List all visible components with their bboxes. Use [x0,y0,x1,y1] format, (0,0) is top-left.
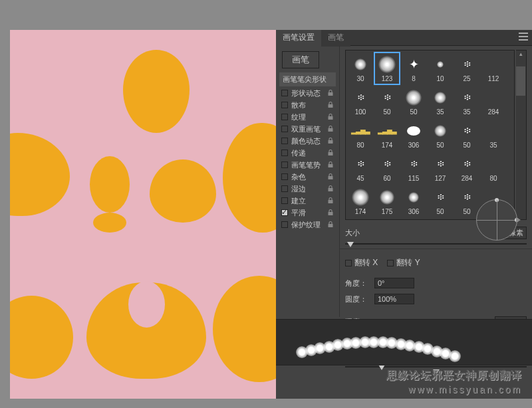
lock-icon[interactable] [327,221,334,228]
brush-preset[interactable]: ፨100 [347,85,374,118]
preset-label: 123 [382,75,393,82]
option-brush_pose[interactable]: 画笔笔势 [279,159,336,171]
option-checkbox[interactable] [281,90,288,96]
option-transfer[interactable]: 传递 [279,147,336,159]
option-checkbox[interactable] [281,102,288,108]
option-checkbox[interactable] [281,161,288,168]
angle-value[interactable]: 0° [374,278,414,288]
canvas[interactable] [10,30,276,399]
brush-preset[interactable]: 175 [374,185,400,218]
lock-icon[interactable] [327,126,334,132]
option-color_dynamics[interactable]: 颜色动态 [279,135,336,147]
brush-preset[interactable]: 306 [400,118,427,152]
lock-icon[interactable] [327,138,334,144]
brush-preset[interactable]: ፨50 [454,185,480,218]
preset-thumb [351,55,370,74]
preset-scrollbar[interactable]: ▴ [516,50,527,220]
lock-icon[interactable] [327,150,334,156]
option-wet_edges[interactable]: 湿边 [279,183,336,195]
brush-preset[interactable]: 112 [480,52,507,85]
brush-preset[interactable]: ፨35 [454,85,480,118]
svg-rect-11 [329,224,333,227]
brush-preset[interactable]: ፨50 [454,118,480,152]
option-label: 画笔笔势 [291,160,321,170]
brush-preset[interactable]: 174 [347,185,374,218]
option-smoothing[interactable]: 平滑 [279,207,336,219]
option-checkbox[interactable] [281,209,288,216]
angle-roundness-widget[interactable] [476,199,517,241]
slider-thumb[interactable] [347,242,354,247]
stroke-dot [449,350,461,362]
brush-preset[interactable]: ፨45 [347,152,374,185]
option-noise[interactable]: 杂色 [279,171,336,183]
flip-y-checkbox[interactable] [387,260,394,266]
artwork-shape [93,213,126,233]
size-slider[interactable] [345,243,527,245]
brush-preset[interactable]: ፨60 [374,152,400,185]
brush-preset[interactable]: ፨284 [454,152,480,185]
brush-preset[interactable]: ፨25 [454,52,480,85]
preset-label: 8 [412,75,416,82]
spacing-slider[interactable] [345,366,527,367]
option-checkbox[interactable] [281,138,288,144]
option-checkbox[interactable] [281,185,288,192]
brush-preset[interactable]: ፨115 [400,152,427,185]
brush-preset[interactable]: 50 [427,118,454,152]
preset-thumb [404,188,423,207]
preset-label: 50 [383,108,390,116]
brush-preset[interactable]: 80 [480,152,507,185]
tab-brush-settings[interactable]: 画笔设置 [276,30,321,47]
lock-icon[interactable] [327,197,334,204]
option-label: 平滑 [291,208,306,218]
flip-x-checkbox[interactable] [345,260,352,266]
brush-preset[interactable]: 284 [480,85,507,118]
option-checkbox[interactable] [281,126,288,132]
option-shape_dynamics[interactable]: 形状动态 [279,87,336,99]
slider-thumb[interactable] [378,365,385,370]
artwork-shape [150,159,216,223]
preset-thumb: ፨ [458,155,476,173]
panel-menu-icon[interactable] [515,31,532,45]
brush-preset[interactable]: ፨50 [374,85,400,118]
brush-preset[interactable]: ✦8 [400,52,427,85]
option-checkbox[interactable] [281,221,288,228]
lock-icon[interactable] [327,114,334,120]
option-protect_texture[interactable]: 保护纹理 [279,219,336,231]
preset-label: 306 [408,142,420,149]
brush-preset[interactable]: 123 [374,52,400,85]
option-scattering[interactable]: 散布 [279,99,336,111]
lock-icon[interactable] [327,209,334,216]
lock-icon[interactable] [327,161,334,168]
brushes-button[interactable]: 画笔 [282,51,319,68]
tab-brushes[interactable]: 画笔 [321,30,350,47]
brush-preset[interactable]: 10 [427,52,454,85]
lock-icon[interactable] [327,173,334,180]
svg-rect-8 [329,188,333,191]
roundness-value[interactable]: 100% [374,294,414,304]
lock-icon[interactable] [327,90,334,96]
lock-icon[interactable] [327,185,334,192]
option-build_up[interactable]: 建立 [279,195,336,207]
watermark-text: 思缘论坛邪恶女神原创翻译 [386,369,522,383]
brush-preset[interactable]: ▂▃▅▃80 [347,118,374,152]
preset-thumb: ፨ [458,88,476,107]
option-checkbox[interactable] [281,197,288,204]
lock-icon[interactable] [327,102,334,108]
option-label: 形状动态 [291,88,321,98]
brush-preset[interactable]: 50 [400,85,427,118]
brush-preset[interactable]: 35 [480,118,507,152]
preset-label: 175 [382,208,393,215]
option-checkbox[interactable] [281,150,288,156]
brush-preset[interactable]: ▂▃▅▃174 [374,118,400,152]
option-checkbox[interactable] [281,114,288,120]
scrollbar-thumb[interactable] [516,66,525,96]
option-checkbox[interactable] [281,173,288,180]
brush-preset[interactable]: 306 [400,185,427,218]
brush-preset[interactable]: ፨50 [427,185,454,218]
option-texture[interactable]: 纹理 [279,111,336,123]
option-dual_brush[interactable]: 双重画笔 [279,123,336,135]
brush-preset[interactable]: ፨127 [427,152,454,185]
brush-preset[interactable]: 35 [427,85,454,118]
brush-preset[interactable]: 30 [347,52,374,85]
brush-tip-shape-header[interactable]: 画笔笔尖形状 [279,72,336,86]
